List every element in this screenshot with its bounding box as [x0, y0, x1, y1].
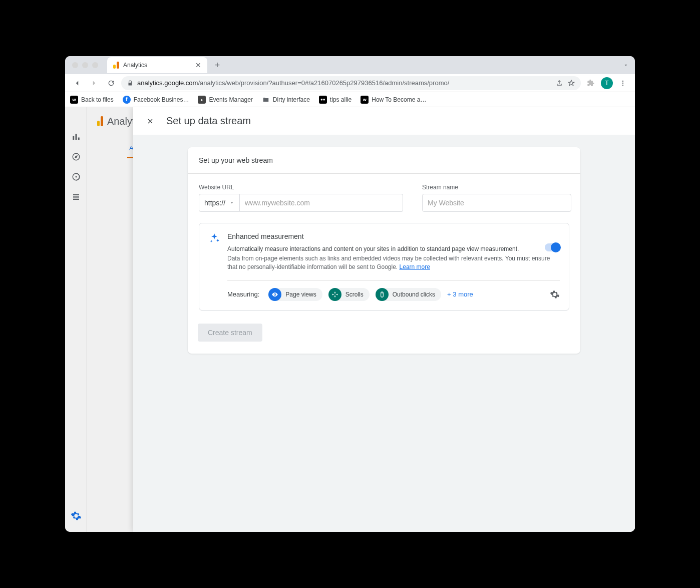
chip-scrolls: Scrolls [328, 288, 370, 301]
protocol-value: https:// [204, 199, 225, 207]
close-panel-button[interactable] [145, 116, 155, 126]
enhanced-line1: Automatically measure interactions and c… [227, 245, 560, 252]
enhanced-settings-button[interactable] [550, 289, 560, 300]
minimize-dot-icon[interactable] [82, 62, 88, 68]
svg-point-1 [622, 82, 623, 83]
mouse-icon [376, 288, 389, 301]
bookmarks-bar: w Back to files f Facebook Busines… ▸ Ev… [65, 92, 635, 107]
forward-button [87, 76, 101, 90]
medium-icon: ●● [319, 96, 327, 104]
more-chips-link[interactable]: + 3 more [447, 290, 473, 298]
close-dot-icon[interactable] [72, 62, 78, 68]
reload-button[interactable] [104, 76, 118, 90]
page-content: Analytics ADMIN Pr tes Set up data strea… [65, 107, 635, 532]
facebook-icon: f [123, 96, 131, 104]
url-domain: analytics.google.com [137, 79, 198, 87]
enhanced-line2: Data from on-page elements such as links… [227, 254, 560, 271]
events-icon: ▸ [198, 96, 206, 104]
enhanced-measurement-section: Enhanced measurement Automatically measu… [199, 223, 569, 311]
browser-tab[interactable]: Analytics ✕ [107, 57, 207, 73]
zoom-dot-icon[interactable] [92, 62, 98, 68]
tab-bar: Analytics ✕ + [65, 56, 635, 74]
bookmark-how-to-become[interactable]: w How To Become a… [361, 96, 426, 104]
new-tab-button[interactable]: + [210, 58, 224, 72]
analytics-logo-icon [113, 62, 119, 69]
divider [227, 280, 560, 281]
tab-title: Analytics [123, 62, 147, 69]
tabs-menu-icon[interactable] [623, 62, 629, 68]
measuring-label: Measuring: [227, 290, 259, 298]
browser-toolbar: analytics.google.com /analytics/web/prov… [65, 74, 635, 92]
enhanced-toggle[interactable] [545, 243, 560, 251]
chevron-down-icon [229, 200, 234, 205]
bookmark-events-manager[interactable]: ▸ Events Manager [198, 96, 252, 104]
address-bar[interactable]: analytics.google.com /analytics/web/prov… [121, 76, 581, 90]
bookmark-back-to-files[interactable]: w Back to files [70, 96, 114, 104]
chrome-menu-icon[interactable] [616, 76, 630, 90]
chip-page-views: Page views [268, 288, 322, 301]
svg-point-12 [274, 293, 275, 295]
profile-initial: T [605, 80, 608, 87]
stream-name-input[interactable] [422, 194, 571, 212]
url-path: /analytics/web/provision/?authuser=0#/a2… [198, 79, 449, 87]
toggle-knob [551, 242, 561, 252]
bookmark-tips-allie[interactable]: ●● tips allie [319, 96, 352, 104]
website-url-label: Website URL [199, 184, 403, 191]
folder-icon [262, 96, 270, 104]
lock-icon [127, 80, 133, 86]
bookmark-dirty-interface[interactable]: Dirty interface [262, 96, 310, 104]
web-stream-card: Set up your web stream Website URL https… [188, 147, 580, 354]
eye-icon [268, 288, 281, 301]
stream-name-label: Stream name [422, 184, 571, 191]
sparkle-icon [208, 232, 220, 301]
panel-header: Set up data stream [133, 107, 635, 135]
profile-avatar[interactable]: T [601, 77, 613, 89]
chip-outbound-clicks: Outbound clicks [376, 288, 441, 301]
protocol-select[interactable]: https:// [199, 194, 240, 212]
bookmark-icon: w [361, 96, 369, 104]
create-stream-button[interactable]: Create stream [198, 324, 262, 342]
extensions-icon[interactable] [584, 76, 598, 90]
window-controls[interactable] [72, 62, 98, 68]
svg-point-0 [622, 80, 623, 81]
scroll-icon [328, 288, 341, 301]
tab-close-icon[interactable]: ✕ [195, 61, 201, 69]
browser-window: Analytics ✕ + analytics.google.com /anal… [65, 56, 635, 532]
card-heading: Set up your web stream [188, 147, 580, 174]
share-icon[interactable] [556, 80, 563, 87]
enhanced-title: Enhanced measurement [227, 232, 560, 240]
panel-title: Set up data stream [166, 115, 251, 127]
data-stream-panel: Set up data stream Set up your web strea… [133, 107, 635, 532]
bookmark-facebook[interactable]: f Facebook Busines… [123, 96, 189, 104]
back-button[interactable] [70, 76, 84, 90]
star-icon[interactable] [568, 80, 575, 87]
svg-point-2 [622, 84, 623, 85]
bookmark-icon: w [70, 96, 78, 104]
learn-more-link[interactable]: Learn more [400, 263, 430, 270]
website-url-input[interactable] [240, 194, 403, 212]
